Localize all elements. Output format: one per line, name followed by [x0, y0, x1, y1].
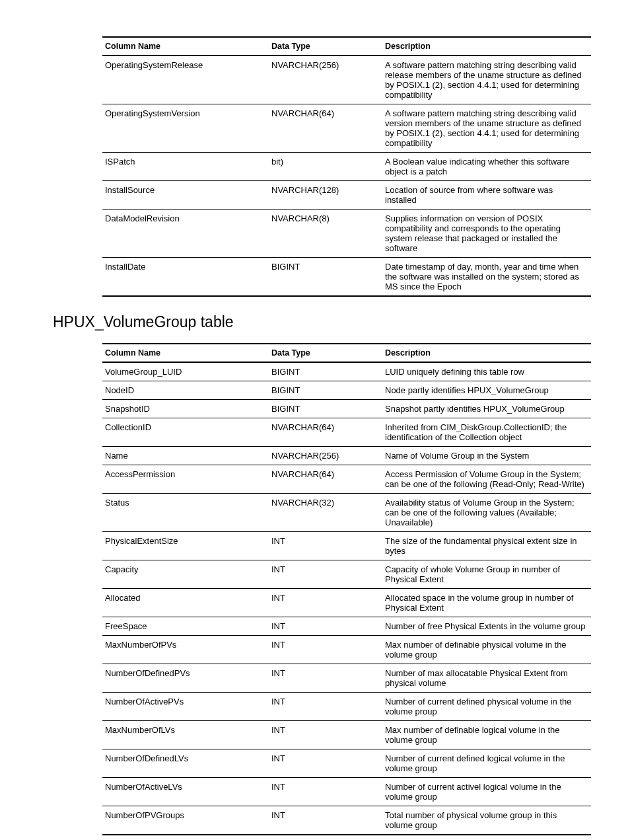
header-description: Description [382, 37, 591, 56]
cell-column-name: NumberOfPVGroups [102, 806, 269, 835]
table-header-row: Column Name Data Type Description [102, 344, 591, 362]
cell-data-type: INT [269, 664, 382, 693]
cell-data-type: NVARCHAR(64) [269, 465, 382, 494]
table-row: OperatingSystemVersionNVARCHAR(64)A soft… [102, 104, 591, 153]
table-row: DataModelRevisionNVARCHAR(8)Supplies inf… [102, 210, 591, 258]
header-description: Description [382, 344, 591, 362]
cell-data-type: INT [269, 617, 382, 636]
cell-description: Name of Volume Group in the System [382, 447, 591, 465]
table-row: NameNVARCHAR(256)Name of Volume Group in… [102, 447, 591, 465]
cell-column-name: Capacity [102, 560, 269, 589]
cell-data-type: INT [269, 636, 382, 664]
cell-data-type: INT [269, 721, 382, 749]
cell-description: A software pattern matching string descr… [382, 104, 591, 153]
cell-data-type: INT [269, 778, 382, 806]
cell-column-name: DataModelRevision [102, 210, 269, 258]
cell-column-name: NumberOfDefinedLVs [102, 749, 269, 778]
table-row: CapacityINTCapacity of whole Volume Grou… [102, 560, 591, 589]
cell-column-name: ISPatch [102, 153, 269, 181]
cell-description: Date timestamp of day, month, year and t… [382, 258, 591, 297]
cell-description: Number of current defined physical volum… [382, 693, 591, 721]
cell-data-type: NVARCHAR(8) [269, 210, 382, 258]
cell-description: Node partly identifies HPUX_VolumeGroup [382, 381, 591, 400]
cell-description: Supplies information on version of POSIX… [382, 210, 591, 258]
cell-column-name: FreeSpace [102, 617, 269, 636]
header-data-type: Data Type [269, 37, 382, 56]
table-row: NumberOfActiveLVsINTNumber of current ac… [102, 778, 591, 806]
cell-column-name: NumberOfActivePVs [102, 693, 269, 721]
cell-data-type: bit) [269, 153, 382, 181]
table-row: StatusNVARCHAR(32)Availability status of… [102, 494, 591, 532]
table-row: OperatingSystemReleaseNVARCHAR(256)A sof… [102, 56, 591, 104]
cell-description: Number of max allocatable Physical Exten… [382, 664, 591, 693]
table-row: ISPatchbit)A Boolean value indicating wh… [102, 153, 591, 181]
cell-column-name: MaxNumberOfLVs [102, 721, 269, 749]
cell-column-name: Name [102, 447, 269, 465]
table-row: AllocatedINTAllocated space in the volum… [102, 589, 591, 617]
cell-column-name: AccessPermission [102, 465, 269, 494]
cell-data-type: BIGINT [269, 400, 382, 418]
cell-data-type: NVARCHAR(64) [269, 418, 382, 447]
cell-data-type: BIGINT [269, 258, 382, 297]
cell-description: Access Permission of Volume Group in the… [382, 465, 591, 494]
cell-data-type: INT [269, 806, 382, 835]
cell-column-name: NodeID [102, 381, 269, 400]
cell-description: Snapshot partly identifies HPUX_VolumeGr… [382, 400, 591, 418]
table-row: NumberOfActivePVsINTNumber of current de… [102, 693, 591, 721]
cell-description: Allocated space in the volume group in n… [382, 589, 591, 617]
cell-column-name: MaxNumberOfPVs [102, 636, 269, 664]
table-row: AccessPermissionNVARCHAR(64)Access Permi… [102, 465, 591, 494]
cell-column-name: CollectionID [102, 418, 269, 447]
cell-description: Number of current defined logical volume… [382, 749, 591, 778]
cell-description: Max number of definable logical volume i… [382, 721, 591, 749]
cell-data-type: INT [269, 532, 382, 560]
table-row: NodeIDBIGINTNode partly identifies HPUX_… [102, 381, 591, 400]
table-row: NumberOfDefinedLVsINTNumber of current d… [102, 749, 591, 778]
table-row: PhysicalExtentSizeINTThe size of the fun… [102, 532, 591, 560]
table-row: InstallDateBIGINTDate timestamp of day, … [102, 258, 591, 297]
cell-description: Capacity of whole Volume Group in number… [382, 560, 591, 589]
table-row: NumberOfPVGroupsINTTotal number of physi… [102, 806, 591, 835]
section-heading: HPUX_VolumeGroup table [53, 313, 584, 331]
cell-data-type: NVARCHAR(256) [269, 56, 382, 104]
cell-column-name: PhysicalExtentSize [102, 532, 269, 560]
cell-column-name: NumberOfDefinedPVs [102, 664, 269, 693]
table-row: CollectionIDNVARCHAR(64)Inherited from C… [102, 418, 591, 447]
table-volume-group: Column Name Data Type Description Volume… [102, 343, 591, 835]
table-software: Column Name Data Type Description Operat… [102, 36, 591, 297]
cell-description: Inherited from CIM_DiskGroup.CollectionI… [382, 418, 591, 447]
cell-description: A Boolean value indicating whether this … [382, 153, 591, 181]
cell-data-type: NVARCHAR(32) [269, 494, 382, 532]
header-data-type: Data Type [269, 344, 382, 362]
cell-data-type: NVARCHAR(128) [269, 181, 382, 210]
cell-data-type: NVARCHAR(256) [269, 447, 382, 465]
header-column-name: Column Name [102, 344, 269, 362]
header-column-name: Column Name [102, 37, 269, 56]
cell-description: Max number of definable physical volume … [382, 636, 591, 664]
cell-description: Total number of physical volume group in… [382, 806, 591, 835]
cell-column-name: InstallSource [102, 181, 269, 210]
cell-data-type: INT [269, 589, 382, 617]
cell-data-type: INT [269, 693, 382, 721]
cell-data-type: BIGINT [269, 362, 382, 381]
cell-column-name: Status [102, 494, 269, 532]
table-row: VolumeGroup_LUIDBIGINTLUID uniquely defi… [102, 362, 591, 381]
table-row: NumberOfDefinedPVsINTNumber of max alloc… [102, 664, 591, 693]
cell-column-name: OperatingSystemRelease [102, 56, 269, 104]
cell-column-name: Allocated [102, 589, 269, 617]
cell-data-type: BIGINT [269, 381, 382, 400]
cell-description: A software pattern matching string descr… [382, 56, 591, 104]
table-row: FreeSpaceINTNumber of free Physical Exte… [102, 617, 591, 636]
table-row: SnapshotIDBIGINTSnapshot partly identifi… [102, 400, 591, 418]
cell-description: Location of source from where software w… [382, 181, 591, 210]
cell-description: Availability status of Volume Group in t… [382, 494, 591, 532]
cell-column-name: OperatingSystemVersion [102, 104, 269, 153]
cell-description: Number of current activel logical volume… [382, 778, 591, 806]
cell-data-type: INT [269, 749, 382, 778]
table-row: MaxNumberOfLVsINTMax number of definable… [102, 721, 591, 749]
cell-column-name: InstallDate [102, 258, 269, 297]
cell-description: The size of the fundamental physical ext… [382, 532, 591, 560]
cell-column-name: SnapshotID [102, 400, 269, 418]
table-row: MaxNumberOfPVsINTMax number of definable… [102, 636, 591, 664]
cell-description: LUID uniquely defining this table row [382, 362, 591, 381]
